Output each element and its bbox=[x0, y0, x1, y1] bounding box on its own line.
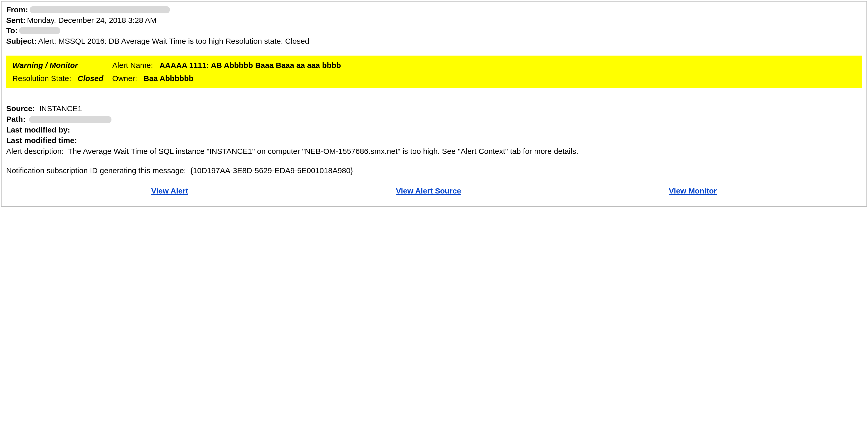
to-line: To: bbox=[6, 26, 862, 36]
source-value: INSTANCE1 bbox=[39, 104, 82, 113]
from-line: From: bbox=[6, 5, 862, 15]
alert-description-label: Alert description: bbox=[6, 147, 64, 155]
links-row: View Alert View Alert Source View Monito… bbox=[6, 187, 862, 195]
subscription-id-value: {10D197AA-3E8D-5629-EDA9-5E001018A980} bbox=[190, 166, 353, 175]
source-line: Source: INSTANCE1 bbox=[6, 103, 862, 114]
resolution-state-value: Closed bbox=[78, 74, 103, 83]
email-container: From: Sent: Monday, December 24, 2018 3:… bbox=[1, 1, 867, 207]
last-modified-by-line: Last modified by: bbox=[6, 125, 862, 135]
view-monitor-link[interactable]: View Monitor bbox=[669, 187, 717, 195]
path-redacted bbox=[29, 116, 112, 123]
last-modified-time-label: Last modified time: bbox=[6, 136, 77, 145]
subject-label: Subject: bbox=[6, 36, 36, 46]
alert-banner: Warning / Monitor Alert Name: AAAAA 1111… bbox=[6, 56, 862, 88]
last-modified-by-label: Last modified by: bbox=[6, 126, 70, 134]
from-redacted bbox=[30, 6, 170, 13]
banner-row-2: Resolution State: Closed Owner: Baa Abbb… bbox=[12, 73, 857, 84]
alert-description-value: The Average Wait Time of SQL instance "I… bbox=[68, 147, 579, 155]
alert-name-value: AAAAA 1111: AB Abbbbb Baaa Baaa aa aaa b… bbox=[159, 61, 341, 69]
sent-label: Sent: bbox=[6, 15, 26, 26]
to-redacted bbox=[19, 27, 60, 34]
source-label: Source: bbox=[6, 104, 35, 113]
subject-line: Subject: Alert: MSSQL 2016: DB Average W… bbox=[6, 36, 862, 46]
path-label: Path: bbox=[6, 115, 26, 123]
subject-value: Alert: MSSQL 2016: DB Average Wait Time … bbox=[38, 36, 309, 46]
owner-label: Owner: bbox=[112, 74, 137, 83]
sent-value: Monday, December 24, 2018 3:28 AM bbox=[27, 15, 156, 26]
path-line: Path: bbox=[6, 114, 862, 124]
from-label: From: bbox=[6, 5, 28, 15]
alert-description-line: Alert description: The Average Wait Time… bbox=[6, 146, 862, 156]
alert-name-label: Alert Name: bbox=[112, 61, 153, 69]
warning-monitor-label: Warning / Monitor bbox=[12, 61, 78, 69]
owner-value: Baa Abbbbbb bbox=[144, 74, 193, 83]
subscription-id-label: Notification subscription ID generating … bbox=[6, 166, 186, 175]
view-alert-link[interactable]: View Alert bbox=[151, 187, 188, 195]
last-modified-time-line: Last modified time: bbox=[6, 135, 862, 146]
sent-line: Sent: Monday, December 24, 2018 3:28 AM bbox=[6, 15, 862, 26]
resolution-state-label: Resolution State: bbox=[12, 74, 71, 83]
view-alert-source-link[interactable]: View Alert Source bbox=[396, 187, 461, 195]
banner-row-1: Warning / Monitor Alert Name: AAAAA 1111… bbox=[12, 60, 857, 71]
to-label: To: bbox=[6, 26, 18, 36]
subscription-id-line: Notification subscription ID generating … bbox=[6, 165, 862, 176]
